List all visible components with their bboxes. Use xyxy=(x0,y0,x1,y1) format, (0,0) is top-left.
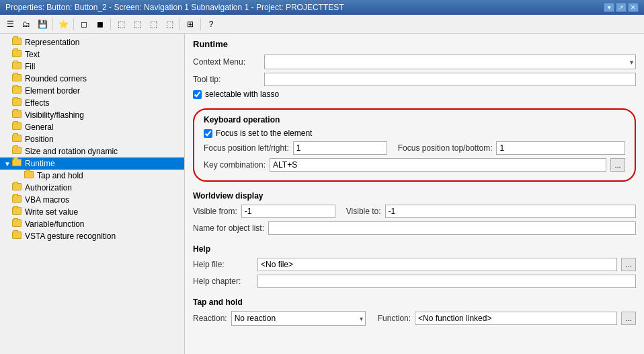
sidebar-item-runtime[interactable]: ▼ Runtime xyxy=(0,157,184,170)
help-file-row: Help file: ... xyxy=(193,258,636,271)
content-panel: Runtime Context Menu: ▾ Tool tip: xyxy=(185,34,644,354)
folder-icon-effects xyxy=(12,98,23,108)
focus-checkbox[interactable] xyxy=(204,129,212,138)
visible-to-label: Visible to: xyxy=(346,207,381,216)
toolbar-btn-3[interactable]: 💾 xyxy=(35,17,50,32)
key-combination-browse-button[interactable]: ... xyxy=(610,158,625,172)
title-bar-buttons: ▾ ↗ ✕ xyxy=(604,3,639,12)
tap-hold-row: Reaction: No reaction ▾ Function: ... xyxy=(193,311,636,326)
runtime-section: Runtime Context Menu: ▾ Tool tip: xyxy=(193,39,636,99)
focus-label: Focus is set to the element xyxy=(216,129,312,138)
sidebar-item-text[interactable]: Text xyxy=(0,48,184,61)
toolbar-btn-11[interactable]: ⊞ xyxy=(183,17,198,32)
visible-from-to-row: Visible from: Visible to: xyxy=(193,205,636,218)
key-combination-input[interactable] xyxy=(270,158,606,172)
sidebar-item-general[interactable]: General xyxy=(0,121,184,133)
sidebar-item-size-rotation[interactable]: Size and rotation dynamic xyxy=(0,145,184,157)
folder-icon-fill xyxy=(12,62,23,71)
help-file-label: Help file: xyxy=(193,260,253,269)
pin-button[interactable]: ▾ xyxy=(604,3,614,12)
sidebar-item-visibility-flashing[interactable]: Visibility/flashing xyxy=(0,109,184,121)
sidebar-label-visibility: Visibility/flashing xyxy=(25,110,84,120)
name-object-list-row: Name for object list: xyxy=(193,221,636,235)
context-menu-wrapper: ▾ xyxy=(264,55,636,69)
key-combination-label: Key combination: xyxy=(204,160,266,170)
focus-left-right-input[interactable] xyxy=(293,141,387,155)
float-button[interactable]: ↗ xyxy=(616,3,627,12)
folder-icon-representation xyxy=(12,38,23,47)
close-button[interactable]: ✕ xyxy=(628,3,639,12)
sidebar-item-authorization[interactable]: Authorization xyxy=(0,182,184,194)
context-menu-select[interactable] xyxy=(264,55,636,69)
toolbar-btn-5[interactable]: ◻ xyxy=(77,17,91,32)
sidebar-label-element-border: Element border xyxy=(25,86,80,96)
toolbar-separator-1 xyxy=(52,18,53,30)
help-file-input[interactable] xyxy=(257,258,617,271)
reaction-wrapper: No reaction ▾ xyxy=(231,311,366,326)
tooltip-label: Tool tip: xyxy=(193,75,260,84)
toolbar-separator-5 xyxy=(200,18,201,30)
sidebar-label-variable: Variable/function xyxy=(25,219,85,229)
sidebar-item-representation[interactable]: Representation xyxy=(0,36,184,48)
keyboard-section: Keyboard operation Focus is set to the e… xyxy=(193,108,636,182)
focus-top-bottom-label: Focus position top/bottom: xyxy=(398,143,493,153)
tooltip-input[interactable] xyxy=(264,73,636,86)
sidebar-label-representation: Representation xyxy=(25,38,79,47)
sidebar-label-size-rotation: Size and rotation dynamic xyxy=(25,147,118,156)
folder-icon-runtime xyxy=(12,159,23,168)
help-chapter-input[interactable] xyxy=(257,275,636,288)
sidebar-item-position[interactable]: Position xyxy=(0,133,184,145)
help-section: Help Help file: ... Help chapter: xyxy=(193,244,636,288)
sidebar-label-authorization: Authorization xyxy=(25,183,72,192)
toolbar-btn-2[interactable]: 🗂 xyxy=(19,17,34,32)
sidebar-item-vba-macros[interactable]: VBA macros xyxy=(0,194,184,206)
sidebar-item-variable-function[interactable]: Variable/function xyxy=(0,218,184,230)
sidebar-item-effects[interactable]: Effects xyxy=(0,97,184,109)
help-chapter-row: Help chapter: xyxy=(193,275,636,288)
visible-to-input[interactable] xyxy=(385,205,636,218)
sidebar-label-runtime: Runtime xyxy=(25,159,55,168)
selectable-label: selectable with lasso xyxy=(205,90,279,99)
sidebar: Representation Text Fill Rounded corners… xyxy=(0,34,185,354)
function-label: Function: xyxy=(378,314,411,323)
folder-icon-write xyxy=(12,207,23,217)
context-menu-row: Context Menu: ▾ xyxy=(193,55,636,69)
toolbar-btn-6[interactable]: ◼ xyxy=(93,17,108,32)
sidebar-item-rounded-corners[interactable]: Rounded corners xyxy=(0,73,184,85)
sidebar-item-tap-and-hold[interactable]: Tap and hold xyxy=(0,170,184,182)
toolbar-btn-8[interactable]: ⬚ xyxy=(130,17,145,32)
toolbar-btn-10[interactable]: ⬚ xyxy=(162,17,177,32)
toolbar-btn-9[interactable]: ⬚ xyxy=(146,17,161,32)
reaction-select[interactable]: No reaction xyxy=(231,311,366,326)
toolbar-separator-2 xyxy=(73,18,74,30)
help-button[interactable]: ? xyxy=(204,17,218,32)
help-file-browse-button[interactable]: ... xyxy=(621,258,636,271)
sidebar-item-fill[interactable]: Fill xyxy=(0,61,184,73)
toolbar-btn-1[interactable]: ☰ xyxy=(3,17,17,32)
folder-icon-vsta xyxy=(12,232,23,241)
name-object-list-input[interactable] xyxy=(268,221,636,235)
folder-icon-vba xyxy=(12,195,23,205)
sidebar-item-vsta[interactable]: VSTA gesture recognition xyxy=(0,230,184,242)
visible-from-label: Visible from: xyxy=(193,207,237,216)
function-input[interactable] xyxy=(415,312,617,325)
function-browse-button[interactable]: ... xyxy=(621,312,636,325)
reaction-label: Reaction: xyxy=(193,314,227,323)
selectable-checkbox[interactable] xyxy=(193,90,202,99)
keyboard-title: Keyboard operation xyxy=(204,115,625,125)
toolbar-btn-4[interactable]: ⭐ xyxy=(56,17,71,32)
sidebar-label-general: General xyxy=(25,122,54,132)
title-bar: Properties: Button: Button_2 - Screen: N… xyxy=(0,0,644,15)
folder-icon-text xyxy=(12,50,23,59)
focus-checkbox-row: Focus is set to the element xyxy=(204,129,625,138)
sidebar-label-position: Position xyxy=(25,135,54,144)
toolbar-separator-3 xyxy=(110,18,111,30)
sidebar-item-element-border[interactable]: Element border xyxy=(0,85,184,97)
sidebar-item-write-set-value[interactable]: Write set value xyxy=(0,206,184,218)
folder-icon-general xyxy=(12,122,23,132)
toolbar-btn-7[interactable]: ⬚ xyxy=(114,17,128,32)
folder-icon-rounded xyxy=(12,74,23,83)
visible-from-input[interactable] xyxy=(241,205,335,218)
folder-icon-authorization xyxy=(12,183,23,192)
focus-top-bottom-input[interactable] xyxy=(496,141,625,155)
